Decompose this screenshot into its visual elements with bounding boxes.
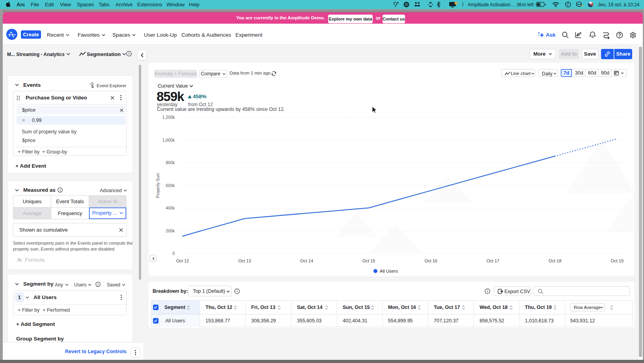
- svg-text:Oct 18: Oct 18: [549, 258, 561, 263]
- svg-text:400k: 400k: [166, 206, 175, 210]
- svg-text:0: 0: [172, 251, 175, 256]
- svg-text:800k: 800k: [166, 160, 175, 165]
- svg-text:Oct 19: Oct 19: [611, 258, 623, 263]
- svg-text:Oct 17: Oct 17: [487, 258, 499, 263]
- svg-text:All Users: All Users: [380, 269, 398, 273]
- svg-text:1,200k: 1,200k: [162, 115, 175, 120]
- svg-text:Oct 13: Oct 13: [238, 258, 251, 263]
- svg-text:200k: 200k: [166, 228, 175, 233]
- svg-text:Oct 12: Oct 12: [176, 258, 189, 263]
- svg-text:Property Sum: Property Sum: [155, 173, 160, 198]
- svg-text:Oct 14: Oct 14: [301, 258, 313, 263]
- svg-text:Oct 15: Oct 15: [362, 258, 375, 263]
- svg-text:600k: 600k: [166, 183, 175, 188]
- svg-text:1,000k: 1,000k: [162, 138, 175, 142]
- svg-text:Oct 16: Oct 16: [424, 258, 437, 263]
